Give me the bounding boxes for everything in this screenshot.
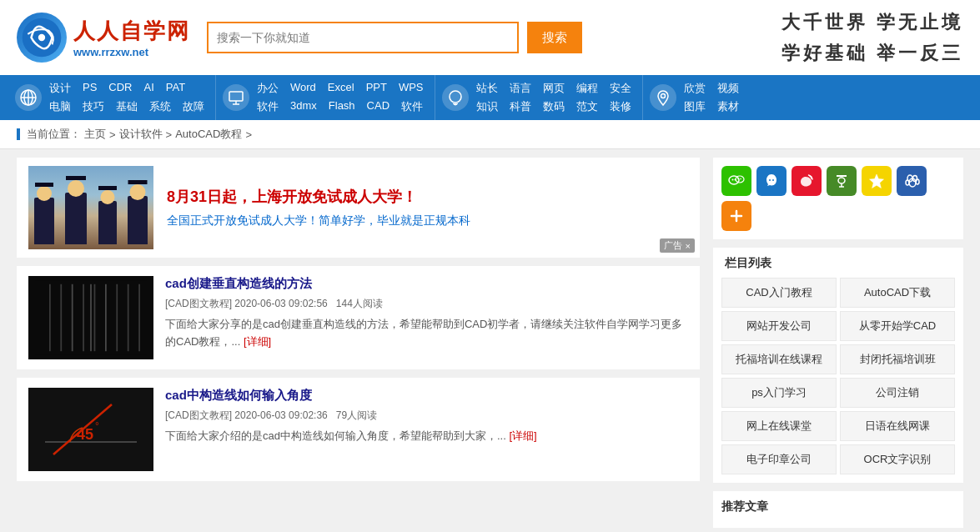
weibo-icon[interactable] — [792, 166, 822, 196]
qq-icon[interactable] — [756, 166, 787, 196]
svg-rect-35 — [837, 175, 847, 177]
article-summary-1: 下面给大家分享的是cad创建垂直构造线的方法，希望能帮助到CAD初学者，请继续关… — [165, 316, 688, 351]
nav-link-knowledge[interactable]: 知识 — [474, 98, 500, 115]
category-item-7[interactable]: 公司注销 — [840, 378, 955, 408]
header: 人人自学网 www.rrzxw.net 搜索 大千世界 学无止境 学好基础 举一… — [0, 0, 980, 75]
ad-text: 8月31日起，上海开放免试成人大学！ 全国正式开放免试成人大学！简单好学，毕业就… — [167, 187, 470, 228]
nav-link-coding[interactable]: 编程 — [574, 80, 601, 97]
plus-icon[interactable] — [721, 201, 751, 231]
category-item-5[interactable]: 封闭托福培训班 — [840, 344, 955, 374]
category-item-9[interactable]: 日语在线网课 — [840, 411, 955, 441]
nav-link-sample[interactable]: 范文 — [574, 98, 601, 115]
nav-link-cdr[interactable]: CDR — [106, 80, 134, 97]
svg-point-1 — [38, 34, 45, 41]
breadcrumb-design[interactable]: 设计软件 — [119, 127, 163, 142]
douban-icon[interactable] — [827, 166, 857, 196]
ad-label: 广告 — [664, 239, 682, 252]
article-thumb-1 — [28, 276, 153, 359]
article-meta-1: [CAD图文教程] 2020-06-03 09:02:56 144人阅读 — [165, 297, 688, 311]
nav-link-office[interactable]: 办公 — [254, 80, 281, 97]
sidebar: 栏目列表 CAD入门教程 AutoCAD下载 网站开发公司 从零开始学CAD 托… — [713, 158, 963, 528]
article-detail-link-1[interactable]: [详细] — [244, 335, 271, 348]
nav-link-ppt[interactable]: PPT — [364, 80, 389, 97]
breadcrumb-label: 当前位置： — [27, 127, 81, 142]
nav-link-science[interactable]: 科普 — [507, 98, 534, 115]
logo-area: 人人自学网 www.rrzxw.net — [17, 13, 190, 63]
nav-link-video[interactable]: 视频 — [715, 80, 741, 97]
slogan: 大千世界 学无止境 学好基础 举一反三 — [781, 7, 963, 69]
svg-point-31 — [737, 178, 739, 180]
nav-link-basics[interactable]: 基础 — [113, 98, 140, 115]
category-item-10[interactable]: 电子印章公司 — [721, 444, 837, 474]
slogan-line1: 大千世界 学无止境 — [781, 7, 963, 38]
breadcrumb-bar — [17, 128, 20, 140]
nav-link-pc[interactable]: 电脑 — [47, 98, 73, 115]
nav-link-excel[interactable]: Excel — [325, 80, 357, 97]
nav-link-pat[interactable]: PAT — [163, 80, 188, 97]
category-item-4[interactable]: 托福培训在线课程 — [721, 344, 837, 374]
article-title-2[interactable]: cad中构造线如何输入角度 — [165, 388, 688, 404]
article-title-1[interactable]: cad创建垂直构造线的方法 — [165, 276, 688, 292]
nav-link-system[interactable]: 系统 — [147, 98, 173, 115]
nav-link-cad[interactable]: CAD — [364, 98, 392, 115]
category-item-1[interactable]: AutoCAD下载 — [840, 278, 955, 308]
search-input[interactable] — [207, 22, 519, 53]
wechat-icon[interactable] — [721, 166, 751, 196]
monitor-icon — [221, 83, 251, 113]
category-item-11[interactable]: OCR文字识别 — [840, 444, 955, 474]
nav-link-language[interactable]: 语言 — [507, 80, 534, 97]
nav-link-fault[interactable]: 故障 — [180, 98, 207, 115]
chat-icon — [440, 83, 470, 113]
nav-link-3dmx[interactable]: 3dmx — [288, 98, 319, 115]
svg-point-34 — [772, 179, 774, 181]
nav-link-tips[interactable]: 技巧 — [80, 98, 107, 115]
nav-link-wps[interactable]: WPS — [396, 80, 426, 97]
nav-link-security[interactable]: 安全 — [607, 80, 634, 97]
nav-link-digital[interactable]: 数码 — [540, 98, 567, 115]
nav-link-appreciate[interactable]: 欣赏 — [681, 80, 708, 97]
article-detail-link-2[interactable]: [详细] — [509, 429, 536, 442]
svg-text:°: ° — [95, 420, 99, 432]
svg-point-29 — [732, 179, 734, 181]
nav-links-design: 设计 PS CDR AI PAT 电脑 技巧 基础 系统 故障 — [43, 75, 210, 120]
nav-link-webmaster[interactable]: 站长 — [474, 80, 500, 97]
category-item-8[interactable]: 网上在线课堂 — [721, 411, 837, 441]
svg-rect-36 — [838, 178, 845, 183]
nav-link-software2[interactable]: 软件 — [399, 98, 425, 115]
category-item-2[interactable]: 网站开发公司 — [721, 311, 837, 341]
location-icon — [648, 83, 678, 113]
article-card-2: 45 ° cad中构造线如何输入角度 [CAD图文教程] 2020-06-03 … — [17, 378, 700, 481]
nav-link-web[interactable]: 网页 — [540, 80, 567, 97]
search-button[interactable]: 搜索 — [527, 22, 582, 53]
nav-link-imglib[interactable]: 图库 — [681, 98, 708, 115]
article-meta-2: [CAD图文教程] 2020-06-03 09:02:36 79人阅读 — [165, 409, 688, 423]
nav-link-material[interactable]: 素材 — [715, 98, 741, 115]
breadcrumb-sep1: > — [109, 128, 116, 141]
category-item-0[interactable]: CAD入门教程 — [721, 278, 837, 308]
logo-text: 人人自学网 www.rrzxw.net — [73, 17, 190, 58]
nav-link-ps[interactable]: PS — [80, 80, 99, 97]
nav-link-design[interactable]: 设计 — [47, 80, 73, 97]
nav-group-design: 设计 PS CDR AI PAT 电脑 技巧 基础 系统 故障 — [8, 75, 216, 120]
nav-link-ai[interactable]: AI — [142, 80, 157, 97]
breadcrumb-autocad[interactable]: AutoCAD教程 — [175, 127, 242, 142]
ad-close-btn[interactable]: × — [686, 241, 691, 251]
nav-link-software[interactable]: 软件 — [254, 98, 281, 115]
article-card-1: cad创建垂直构造线的方法 [CAD图文教程] 2020-06-03 09:02… — [17, 266, 700, 369]
category-item-3[interactable]: 从零开始学CAD — [840, 311, 955, 341]
svg-point-28 — [736, 176, 744, 183]
nav-link-word[interactable]: Word — [288, 80, 319, 97]
nav-link-decor[interactable]: 装修 — [607, 98, 634, 115]
category-grid: CAD入门教程 AutoCAD下载 网站开发公司 从零开始学CAD 托福培训在线… — [721, 278, 955, 474]
ad-image — [28, 166, 153, 249]
svg-point-10 — [661, 94, 665, 98]
breadcrumb-home[interactable]: 主页 — [84, 127, 106, 142]
main-nav: 设计 PS CDR AI PAT 电脑 技巧 基础 系统 故障 — [0, 75, 980, 120]
baidu-icon[interactable] — [897, 166, 927, 196]
nav-link-flash[interactable]: Flash — [326, 98, 358, 115]
star-icon[interactable] — [862, 166, 892, 196]
category-item-6[interactable]: ps入门学习 — [721, 378, 837, 408]
content-area: 8月31日起，上海开放免试成人大学！ 全国正式开放免试成人大学！简单好学，毕业就… — [17, 158, 700, 528]
nav-group-webmaster: 站长 语言 网页 编程 安全 知识 科普 数码 范文 装修 — [435, 75, 643, 120]
nav-group-gallery: 欣赏 视频 图库 素材 — [643, 75, 750, 120]
